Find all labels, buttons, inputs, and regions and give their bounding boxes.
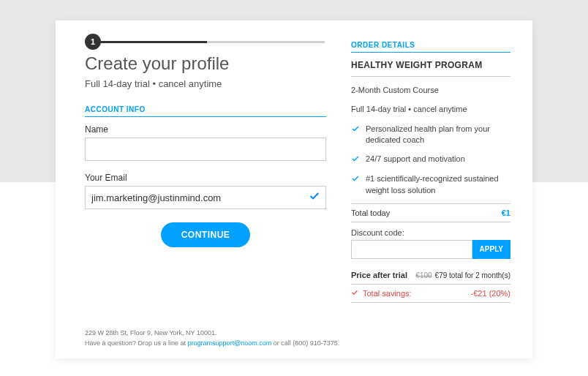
price-after-detail: €100€79 total for 2 month(s): [415, 271, 510, 279]
order-details-heading: ORDER DETAILS: [351, 41, 510, 53]
name-label: Name: [85, 124, 326, 135]
footer-contact: Have a question? Drop us a line at progr…: [85, 339, 339, 349]
feature-item: #1 scientifically-recognized sustained w…: [351, 173, 510, 196]
left-column: 1 Create your profile Full 14-day trial …: [85, 41, 326, 347]
checkmark-icon: [309, 190, 320, 205]
name-input[interactable]: [85, 138, 326, 161]
account-info-heading: ACCOUNT INFO: [85, 105, 326, 117]
step-badge: 1: [85, 34, 101, 50]
price-after-row: Price after trial €100€79 total for 2 mo…: [351, 266, 510, 285]
email-input[interactable]: [85, 186, 326, 209]
checkmark-icon: [351, 289, 358, 298]
progress-fill: [89, 41, 207, 43]
program-name: HEALTHY WEIGHT PROGRAM: [351, 60, 510, 77]
apply-button[interactable]: APPLY: [472, 240, 510, 259]
feature-text: #1 scientifically-recognized sustained w…: [366, 173, 510, 196]
checkmark-icon: [351, 174, 360, 196]
email-label: Your Email: [85, 173, 326, 183]
price-strike: €100: [415, 271, 431, 279]
footer: 229 W 28th St, Floor 9, New York, NY 100…: [85, 328, 339, 348]
footer-address: 229 W 28th St, Floor 9, New York, NY 100…: [85, 328, 339, 339]
page-title: Create your profile: [85, 53, 326, 74]
price-after-label: Price after trial: [351, 271, 407, 279]
total-value: €1: [502, 208, 510, 217]
signup-card: 1 Create your profile Full 14-day trial …: [56, 20, 532, 358]
total-row: Total today €1: [351, 203, 510, 222]
feature-item: Personalized health plan from your dedic…: [351, 124, 510, 146]
feature-text: Personalized health plan from your dedic…: [366, 124, 510, 146]
order-details: ORDER DETAILS HEALTHY WEIGHT PROGRAM 2-M…: [351, 41, 510, 347]
savings-row: Total savings: -€21 (20%): [351, 285, 510, 303]
feature-item: 24/7 support and motivation: [351, 154, 510, 166]
subtitle: Full 14-day trial • cancel anytime: [85, 78, 326, 89]
trial-desc: Full 14-day trial • cancel anytime: [351, 105, 510, 113]
total-label: Total today: [351, 208, 390, 217]
checkmark-icon: [351, 124, 360, 146]
discount-label: Discount code:: [351, 228, 510, 237]
course-desc: 2-Month Custom Course: [351, 86, 510, 94]
discount-input[interactable]: [351, 240, 472, 259]
progress-track: 1: [89, 41, 325, 43]
savings-value: -€21 (20%): [471, 289, 510, 298]
feature-text: 24/7 support and motivation: [366, 154, 465, 166]
savings-label: Total savings:: [363, 289, 412, 298]
support-email-link[interactable]: programsupport@noom.com: [188, 339, 272, 347]
checkmark-icon: [351, 154, 360, 166]
continue-button[interactable]: CONTINUE: [161, 222, 251, 247]
